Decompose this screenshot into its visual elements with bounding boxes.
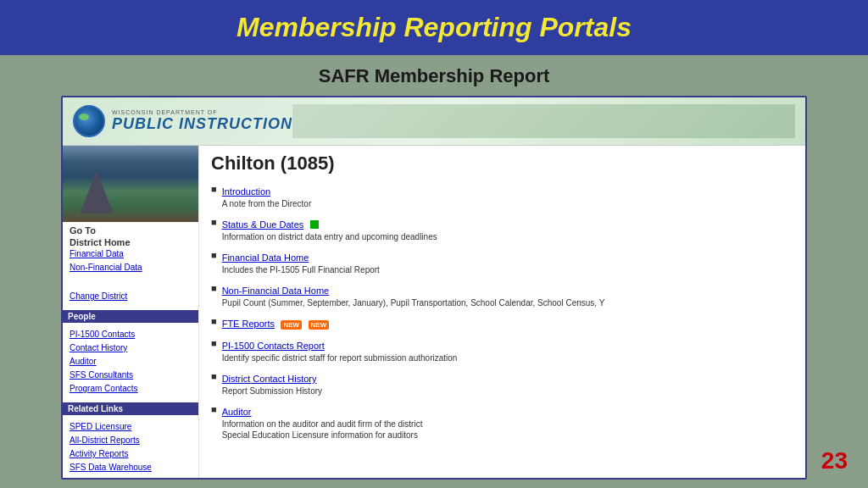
browser-window: Wisconsin Department of Public Instructi… [61,96,807,480]
bullet-icon: ■ [211,283,217,293]
financial-data-link[interactable]: Financial Data [70,247,192,261]
sfs-data-warehouse-link[interactable]: SFS Data Warehouse [70,461,192,474]
bullet-icon: ■ [211,184,217,194]
pi1500-contacts-report-desc: Identify specific district staff for rep… [222,352,793,363]
introduction-desc: A note from the Director [222,198,793,209]
non-financial-data-link[interactable]: Non-Financial Data [70,261,192,274]
list-item: ■ Financial Data Home Includes the PI-15… [211,249,793,275]
report-item-content: District Contact History Report Submissi… [222,370,793,396]
bullet-icon: ■ [211,250,217,260]
goto-section: Go To District Home Financial Data Non-F… [63,222,198,307]
header: Membership Reporting Portals [0,0,868,55]
page-number: 23 [821,447,848,474]
report-item-content: Introduction A note from the Director [222,183,793,209]
auditor-report-desc: Information on the auditor and audit fir… [222,419,793,441]
header-title: Membership Reporting Portals [236,12,632,42]
main-area: SAFR Membership Report Wisconsin Departm… [0,55,868,488]
all-district-reports-link[interactable]: All-District Reports [70,434,192,447]
list-item: ■ Status & Due Dates Information on dist… [211,216,793,242]
report-list: ■ Introduction A note from the Director … [211,183,793,441]
status-desc: Information on district data entry and u… [222,231,793,242]
bullet-icon: ■ [211,371,217,381]
pi-logo: Wisconsin Department of Public Instructi… [73,105,292,137]
bullet-icon: ■ [211,404,217,414]
non-financial-data-home-link[interactable]: Non-Financial Data Home [222,286,330,296]
bullet-icon: ■ [211,338,217,348]
bullet-icon: ■ [211,217,217,227]
report-item-content: PI-1500 Contacts Report Identify specifi… [222,337,793,363]
new-badge-2: NEW [309,320,330,330]
list-item: ■ Introduction A note from the Director [211,183,793,209]
pi1500-contacts-report-link[interactable]: PI-1500 Contacts Report [222,341,325,351]
district-home-label: District Home [70,237,192,247]
list-item: ■ Non-Financial Data Home Pupil Count (S… [211,282,793,308]
report-item-content: Status & Due Dates Information on distri… [222,216,793,242]
change-district-link[interactable]: Change District [70,290,192,303]
non-financial-data-home-desc: Pupil Count (Summer, September, January)… [222,297,793,308]
sidebar-scenic-image [63,146,198,222]
contact-history-link[interactable]: Contact History [70,341,192,355]
green-status-box [310,220,319,229]
district-title: Chilton (1085) [211,152,793,175]
pi1500-contacts-link[interactable]: PI-1500 Contacts [70,328,192,341]
pi-banner: Wisconsin Department of Public Instructi… [63,97,805,146]
content-area: Go To District Home Financial Data Non-F… [63,146,805,478]
list-item: ■ FTE Reports NEW NEW [211,315,793,330]
people-section: PI-1500 Contacts Contact History Auditor… [63,324,198,399]
pi-name-label: Public Instruction [112,115,292,133]
pi-banner-decoration [292,104,795,138]
list-item: ■ District Contact History Report Submis… [211,370,793,396]
report-item-content: Auditor Information on the auditor and a… [222,403,793,441]
goto-label: Go To [70,225,192,236]
main-content: Chilton (1085) ■ Introduction A note fro… [198,146,805,478]
introduction-link[interactable]: Introduction [222,186,270,197]
sfs-consultants-link[interactable]: SFS Consultants [70,369,192,382]
report-item-content: Non-Financial Data Home Pupil Count (Sum… [222,282,793,308]
auditor-report-link[interactable]: Auditor [222,407,252,417]
financial-data-home-link[interactable]: Financial Data Home [222,252,309,263]
fte-reports-link[interactable]: FTE Reports [222,319,275,329]
sidebar: Go To District Home Financial Data Non-F… [63,146,198,478]
list-item: ■ PI-1500 Contacts Report Identify speci… [211,337,793,363]
pi-text: Wisconsin Department of Public Instructi… [112,109,292,133]
pi-dept-label: Wisconsin Department of [112,109,292,115]
report-item-content: Financial Data Home Includes the PI-1505… [222,249,793,275]
auditor-link[interactable]: Auditor [70,355,192,369]
pi-globe-icon [73,105,105,137]
sped-licensure-link[interactable]: SPED Licensure [70,420,192,434]
people-section-header: People [63,310,198,323]
activity-reports-link[interactable]: Activity Reports [70,447,192,461]
financial-data-home-desc: Includes the PI-1505 Full Financial Repo… [222,264,793,275]
district-contact-history-link[interactable]: District Contact History [222,374,317,384]
program-contacts-link[interactable]: Program Contacts [70,382,192,396]
district-contact-history-desc: Report Submission History [222,385,793,396]
status-due-dates-link[interactable]: Status & Due Dates [222,219,304,230]
report-item-content: FTE Reports NEW NEW [222,315,793,330]
subtitle: SAFR Membership Report [319,65,550,87]
bullet-icon: ■ [211,316,217,326]
new-badge: NEW [281,320,302,330]
list-item: ■ Auditor Information on the auditor and… [211,403,793,441]
related-links-header: Related Links [63,402,198,415]
related-links-section: SPED Licensure All-District Reports Acti… [63,417,198,478]
